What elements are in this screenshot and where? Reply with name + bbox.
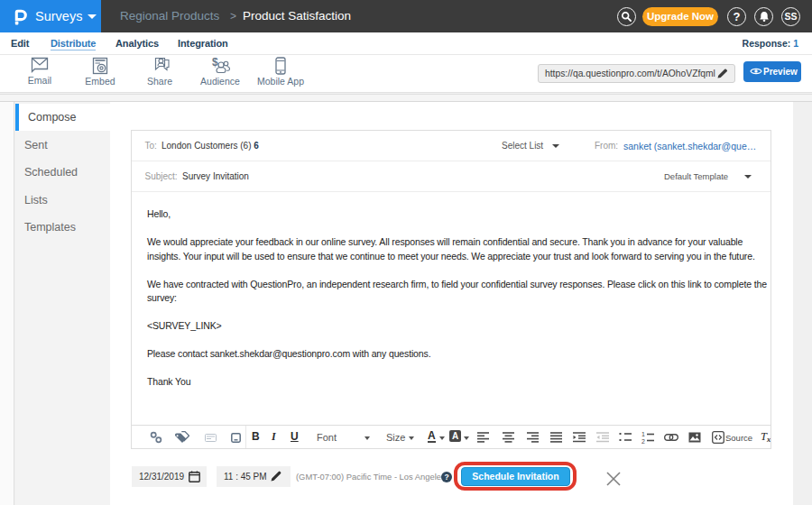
svg-text:$: $ (212, 57, 218, 69)
svg-text:2: 2 (641, 438, 645, 445)
svg-text:1: 1 (641, 431, 645, 437)
